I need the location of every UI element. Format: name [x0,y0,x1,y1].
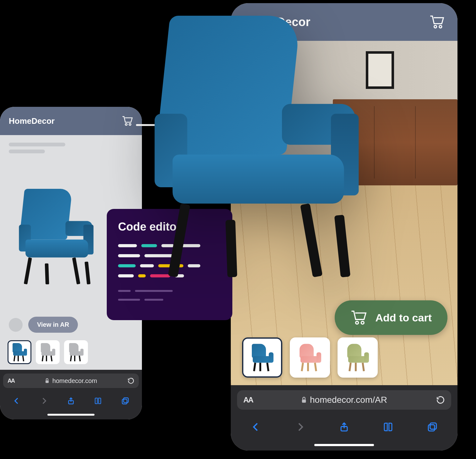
app-title-left: HomeDecor [9,116,55,126]
refresh-icon[interactable] [436,396,445,404]
thumb-green-chair[interactable] [338,337,378,378]
view-in-ar-button[interactable]: View in AR [28,317,78,333]
address-bar-left: AA homedecor.com [0,370,142,392]
bookmarks-icon[interactable] [93,396,103,406]
svg-point-9 [361,321,364,324]
thumb-blue-chair[interactable] [8,340,31,364]
svg-rect-12 [428,425,435,431]
tabs-icon[interactable] [121,396,130,406]
url-text-left: homedecor.com [52,377,97,385]
hero-chair-3d[interactable] [135,16,380,277]
thumb-pink-chair[interactable] [290,337,330,378]
code-line-muted [118,299,221,301]
svg-rect-4 [122,399,127,404]
thumb-gray-chair[interactable] [36,340,60,364]
lock-icon [45,378,49,383]
home-indicator-right [231,439,457,451]
color-swatch[interactable] [9,318,23,332]
forward-icon[interactable] [294,421,306,433]
svg-point-6 [434,25,437,28]
svg-point-7 [439,25,442,28]
code-line-muted [118,290,221,292]
svg-rect-5 [123,398,128,402]
svg-rect-2 [46,380,49,383]
svg-point-8 [355,321,358,324]
lock-icon [301,397,307,403]
refresh-icon[interactable] [127,377,134,384]
back-icon[interactable] [12,396,21,406]
thumbnail-row-right [242,337,378,378]
share-icon[interactable] [66,396,76,406]
url-pill-right[interactable]: AA homedecor.com/AR [237,390,451,410]
product-chair-blue [12,189,101,284]
cart-icon [350,310,367,325]
home-indicator-left [0,410,142,419]
svg-rect-13 [430,423,436,429]
svg-rect-10 [302,400,306,403]
browser-toolbar-left [0,392,142,410]
thumb-gray-chair-2[interactable] [64,340,88,364]
tabs-icon[interactable] [426,421,439,433]
svg-point-0 [125,123,127,125]
text-size-icon[interactable]: AA [8,378,14,384]
cart-icon[interactable] [122,116,133,126]
skeleton-text [0,135,142,156]
browser-toolbar-right [231,415,457,439]
thumbnail-row-left [0,340,142,370]
back-icon[interactable] [250,421,262,433]
text-size-icon[interactable]: AA [243,396,253,404]
svg-point-1 [129,123,131,125]
url-pill-left[interactable]: AA homedecor.com [3,374,139,388]
add-to-cart-label: Add to cart [376,312,432,324]
bookmarks-icon[interactable] [382,421,394,433]
url-text-right: homedecor.com/AR [310,395,387,405]
cart-icon[interactable] [429,15,445,29]
address-bar-right: AA homedecor.com/AR [231,385,457,415]
thumb-blue-chair[interactable] [242,337,282,378]
add-to-cart-button[interactable]: Add to cart [335,300,447,335]
appbar-left: HomeDecor [0,107,142,135]
share-icon[interactable] [338,421,350,433]
forward-icon[interactable] [39,396,49,406]
